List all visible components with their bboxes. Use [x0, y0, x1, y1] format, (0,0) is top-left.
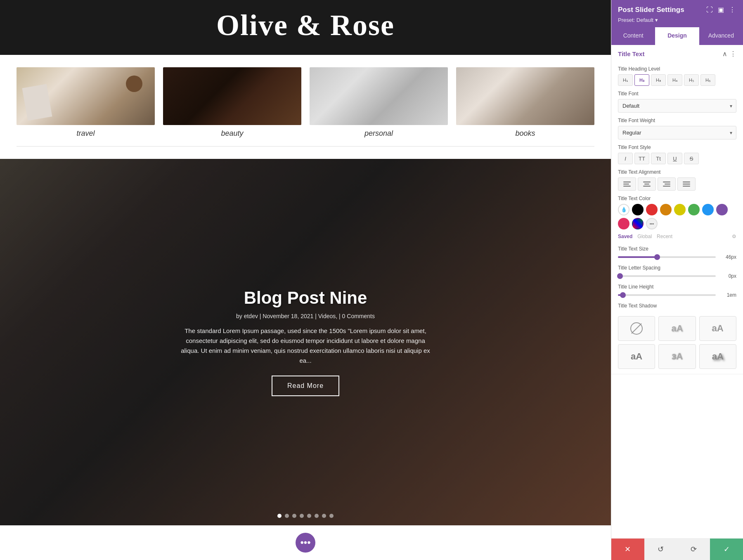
text-color-label: Title Text Color: [618, 196, 736, 201]
tab-content[interactable]: Content: [611, 27, 655, 45]
shadow-raised-option[interactable]: aA: [699, 316, 736, 341]
delete-button[interactable]: ✕: [611, 539, 644, 560]
fab-dots-icon: •••: [300, 537, 310, 548]
align-left-icon: [623, 182, 631, 187]
italic-btn[interactable]: I: [618, 153, 633, 164]
align-line: [643, 186, 651, 187]
font-select-wrapper: Default ▾: [618, 99, 736, 113]
hero-dot-5[interactable]: [307, 514, 311, 518]
color-red[interactable]: [646, 204, 658, 215]
hero-dot-6[interactable]: [315, 514, 319, 518]
category-item-beauty[interactable]: beauty: [163, 67, 301, 138]
panel-body: Title Text ∧ ⋮ Title Heading Level H₁ H₂…: [611, 45, 743, 538]
hero-dot-8[interactable]: [329, 514, 334, 518]
color-pink[interactable]: [618, 218, 629, 229]
align-line: [683, 186, 690, 187]
text-size-thumb[interactable]: [654, 254, 660, 260]
align-right-btn[interactable]: [658, 177, 676, 191]
color-settings-icon[interactable]: ⚙: [732, 234, 736, 239]
shadow-raised-text: aA: [712, 323, 724, 334]
color-tabs: Saved Global Recent ⚙: [611, 231, 743, 243]
color-tab-global[interactable]: Global: [637, 234, 652, 239]
hero-slider: Blog Post Nine by etdev | November 18, 2…: [0, 159, 611, 525]
tab-advanced[interactable]: Advanced: [699, 27, 743, 45]
save-copy-button[interactable]: ⟳: [677, 539, 710, 560]
heading-h4-btn[interactable]: H₄: [667, 74, 682, 86]
hero-title: Blog Post Nine: [244, 288, 367, 308]
align-center-btn[interactable]: [638, 177, 656, 191]
page-toolbar: •••: [0, 525, 611, 560]
color-yellow[interactable]: [674, 204, 686, 215]
reset-button[interactable]: ↺: [644, 539, 677, 560]
shadow-none-option[interactable]: [618, 316, 655, 341]
hero-dot-7[interactable]: [322, 514, 326, 518]
panel-fullscreen-icon[interactable]: ⛶: [705, 5, 714, 14]
color-picker-btn[interactable]: 💧: [618, 204, 629, 215]
uppercase-btn[interactable]: TT: [634, 153, 649, 164]
align-justify-btn[interactable]: [677, 177, 696, 191]
letter-spacing-thumb[interactable]: [617, 273, 623, 279]
color-green[interactable]: [688, 204, 700, 215]
text-size-track[interactable]: [618, 256, 716, 258]
category-item-books[interactable]: books: [456, 67, 594, 138]
category-label-beauty: beauty: [221, 129, 243, 138]
section-collapse-icon[interactable]: ∧: [722, 50, 727, 58]
panel-header: Post Slider Settings ⛶ ▣ ⋮ Preset: Defau…: [611, 0, 743, 27]
hero-dot-3[interactable]: [292, 514, 296, 518]
heading-level-buttons: H₁ H₂ H₃ H₄ H₅ H₆: [618, 74, 736, 86]
section-more-icon[interactable]: ⋮: [730, 50, 736, 58]
panel-more-icon[interactable]: ⋮: [728, 5, 736, 14]
category-label-personal: personal: [364, 129, 393, 138]
panel-columns-icon[interactable]: ▣: [717, 5, 725, 14]
line-height-field: Title Line Height 1em: [611, 281, 743, 300]
heading-h3-btn[interactable]: H₃: [651, 74, 666, 86]
line-height-track[interactable]: [618, 294, 716, 296]
heading-h2-btn[interactable]: H₂: [634, 74, 649, 86]
color-blue[interactable]: [702, 204, 714, 215]
line-height-value: 1em: [720, 292, 736, 298]
save-button[interactable]: ✓: [710, 539, 743, 560]
section-title: Title Text: [618, 50, 644, 57]
line-height-thumb[interactable]: [620, 292, 626, 298]
tab-design[interactable]: Design: [655, 27, 699, 45]
shadow-light-option[interactable]: aA: [658, 316, 696, 341]
shadow-none-icon: [630, 322, 643, 335]
color-gradient[interactable]: [632, 218, 644, 229]
color-purple[interactable]: [716, 204, 728, 215]
shadow-medium-option[interactable]: ɜA: [658, 344, 696, 369]
category-item-personal[interactable]: personal: [310, 67, 448, 138]
color-tab-recent[interactable]: Recent: [657, 234, 672, 239]
line-height-slider-row: 1em: [618, 292, 736, 298]
color-orange[interactable]: [660, 204, 672, 215]
hero-dot-4[interactable]: [300, 514, 304, 518]
read-more-button[interactable]: Read More: [272, 376, 339, 396]
category-item-travel[interactable]: travel: [17, 67, 155, 138]
font-weight-select[interactable]: Regular: [618, 126, 736, 139]
heading-h5-btn[interactable]: H₅: [684, 74, 699, 86]
eyedropper-icon: 💧: [621, 207, 627, 213]
underline-btn[interactable]: U: [667, 153, 682, 164]
color-tab-saved[interactable]: Saved: [618, 234, 632, 239]
heading-h1-btn[interactable]: H₁: [618, 74, 633, 86]
font-weight-label: Title Font Weight: [618, 118, 736, 123]
hero-excerpt: The standard Lorem Ipsum passage, used s…: [177, 326, 433, 366]
strikethrough-btn[interactable]: S: [684, 153, 699, 164]
line-height-label: Title Line Height: [618, 284, 736, 290]
align-line: [663, 182, 670, 182]
letter-spacing-track[interactable]: [618, 275, 716, 277]
color-more[interactable]: •••: [646, 218, 658, 229]
panel-preset[interactable]: Preset: Default ▾: [618, 17, 736, 23]
text-color-field: Title Text Color 💧 •••: [611, 192, 743, 231]
shadow-heavy-option[interactable]: aA: [699, 344, 736, 369]
align-line: [665, 184, 670, 184]
hero-dot-2[interactable]: [285, 514, 289, 518]
capitalize-btn[interactable]: Tt: [651, 153, 666, 164]
hero-dot-1[interactable]: [277, 514, 282, 518]
color-black[interactable]: [632, 204, 644, 215]
font-field: Title Font Default ▾: [611, 87, 743, 114]
heading-h6-btn[interactable]: H₆: [700, 74, 715, 86]
fab-button[interactable]: •••: [296, 533, 315, 553]
align-left-btn[interactable]: [618, 177, 636, 191]
font-select[interactable]: Default: [618, 99, 736, 113]
shadow-outline-option[interactable]: aA: [618, 344, 655, 369]
